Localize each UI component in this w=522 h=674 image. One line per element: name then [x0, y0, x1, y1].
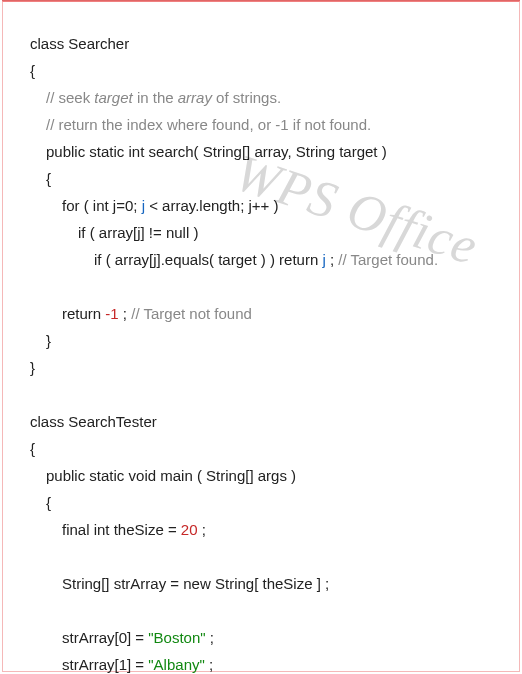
code-line: } [30, 333, 502, 348]
code-comment: // seek target in the array of strings. [30, 90, 502, 105]
code-listing: class Searcher { // seek target in the a… [30, 36, 502, 674]
blank-line [30, 279, 502, 294]
code-line: if ( array[j] != null ) [30, 225, 502, 240]
blank-line [30, 603, 502, 618]
code-line: strArray[1] = "Albany" ; [30, 657, 502, 672]
code-line: if ( array[j].equals( target ) ) return … [30, 252, 502, 267]
code-line: return -1 ; // Target not found [30, 306, 502, 321]
code-line: public static int search( String[] array… [30, 144, 502, 159]
code-line: } [30, 360, 502, 375]
code-line: class Searcher [30, 36, 502, 51]
code-line: String[] strArray = new String[ theSize … [30, 576, 502, 591]
code-line: strArray[0] = "Boston" ; [30, 630, 502, 645]
code-line: final int theSize = 20 ; [30, 522, 502, 537]
code-line: { [30, 441, 502, 456]
code-line: class SearchTester [30, 414, 502, 429]
code-line: public static void main ( String[] args … [30, 468, 502, 483]
code-line: { [30, 63, 502, 78]
code-line: { [30, 495, 502, 510]
code-line: { [30, 171, 502, 186]
blank-line [30, 387, 502, 402]
blank-line [30, 549, 502, 564]
code-line: for ( int j=0; j < array.length; j++ ) [30, 198, 502, 213]
code-comment: // return the index where found, or -1 i… [30, 117, 502, 132]
